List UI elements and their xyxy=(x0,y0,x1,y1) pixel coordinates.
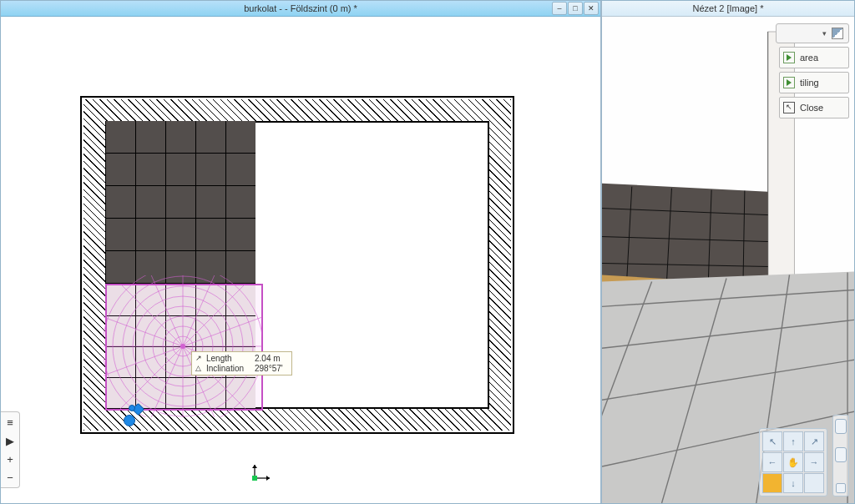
close-label: Close xyxy=(800,103,823,113)
floorplan-canvas[interactable]: ↗ Length 2.04 m △ Inclination 298°57' xyxy=(1,17,600,503)
tool-panel: ▾ area tiling ↖ Close xyxy=(776,23,849,118)
view3d-canvas[interactable]: ▾ area tiling ↖ Close ↖ xyxy=(602,17,854,503)
window-buttons: – □ ✕ xyxy=(552,2,599,15)
view3d-pane: Nézet 2 [Image] * xyxy=(602,1,854,503)
play-icon xyxy=(783,52,795,63)
floorplan-pane: burkolat - - Földszint (0 m) * – □ ✕ xyxy=(1,1,602,503)
svg-rect-21 xyxy=(252,476,257,481)
dark-tile-area[interactable] xyxy=(105,121,255,284)
nav-mode-a[interactable] xyxy=(762,473,782,493)
floorplan-titlebar[interactable]: burkolat - - Földszint (0 m) * – □ ✕ xyxy=(1,1,600,17)
area-button[interactable]: area xyxy=(779,47,849,68)
close-window-button[interactable]: ✕ xyxy=(584,2,599,15)
nav-slider[interactable] xyxy=(832,415,849,496)
app-window: burkolat - - Földszint (0 m) * – □ ✕ xyxy=(0,0,855,504)
nav-upright-icon[interactable]: ↗ xyxy=(804,431,824,451)
length-label: Length xyxy=(206,354,252,363)
inclination-value: 298°57' xyxy=(255,364,288,373)
tb-play-icon[interactable]: ▶ xyxy=(2,432,18,449)
slider-knob-mid[interactable] xyxy=(835,447,847,462)
nav-mode-b[interactable] xyxy=(804,473,824,493)
length-value: 2.04 m xyxy=(255,354,288,363)
minimize-button[interactable]: – xyxy=(552,2,567,15)
slider-foot[interactable] xyxy=(836,483,846,493)
slider-knob-top[interactable] xyxy=(835,419,847,434)
nav-right-icon[interactable]: → xyxy=(804,452,824,472)
svg-marker-20 xyxy=(252,465,257,468)
light-tile-area[interactable] xyxy=(105,284,255,409)
drag-handle[interactable] xyxy=(124,415,135,426)
nav-down-icon[interactable]: ↓ xyxy=(783,473,803,493)
cursor-icon: ↖ xyxy=(783,102,795,113)
chevron-down-icon: ▾ xyxy=(822,29,827,38)
inclination-label: Inclination xyxy=(206,364,252,373)
floorplan-title: burkolat - - Földszint (0 m) * xyxy=(244,3,357,13)
area-label: area xyxy=(800,53,818,63)
tb-list-icon[interactable]: ≡ xyxy=(2,414,18,431)
tiling-label: tiling xyxy=(800,78,819,88)
nav-up-icon[interactable]: ↑ xyxy=(783,431,803,451)
axis-gizmo-icon[interactable] xyxy=(250,463,273,486)
maximize-button[interactable]: □ xyxy=(568,2,583,15)
left-float-toolbar: ≡ ▶ + − xyxy=(1,411,20,488)
tb-zoom-out-icon[interactable]: − xyxy=(2,469,18,486)
view3d-title: Nézet 2 [Image] * xyxy=(693,3,764,13)
play-icon xyxy=(783,77,795,88)
tb-zoom-in-icon[interactable]: + xyxy=(2,451,18,467)
nav-cluster: ↖ ↑ ↗ ← ✋ → ↓ xyxy=(759,415,849,496)
view3d-titlebar[interactable]: Nézet 2 [Image] * xyxy=(602,1,854,17)
tiling-button[interactable]: tiling xyxy=(779,72,849,93)
measure-tooltip: ↗ Length 2.04 m △ Inclination 298°57' xyxy=(191,351,292,375)
svg-marker-18 xyxy=(266,476,270,481)
length-symbol-icon: ↗ xyxy=(195,355,204,363)
nav-pad: ↖ ↑ ↗ ← ✋ → ↓ xyxy=(759,428,827,496)
floorplan xyxy=(80,96,514,434)
nav-pan-icon[interactable]: ✋ xyxy=(783,452,803,472)
nav-upleft-icon[interactable]: ↖ xyxy=(762,431,782,451)
pencil-icon xyxy=(832,28,843,39)
tool-dropdown[interactable]: ▾ xyxy=(776,23,849,43)
drag-handle-tertiary[interactable] xyxy=(129,405,135,411)
inclination-symbol-icon: △ xyxy=(195,365,204,373)
nav-left-icon[interactable]: ← xyxy=(762,452,782,472)
close-button[interactable]: ↖ Close xyxy=(779,97,849,118)
